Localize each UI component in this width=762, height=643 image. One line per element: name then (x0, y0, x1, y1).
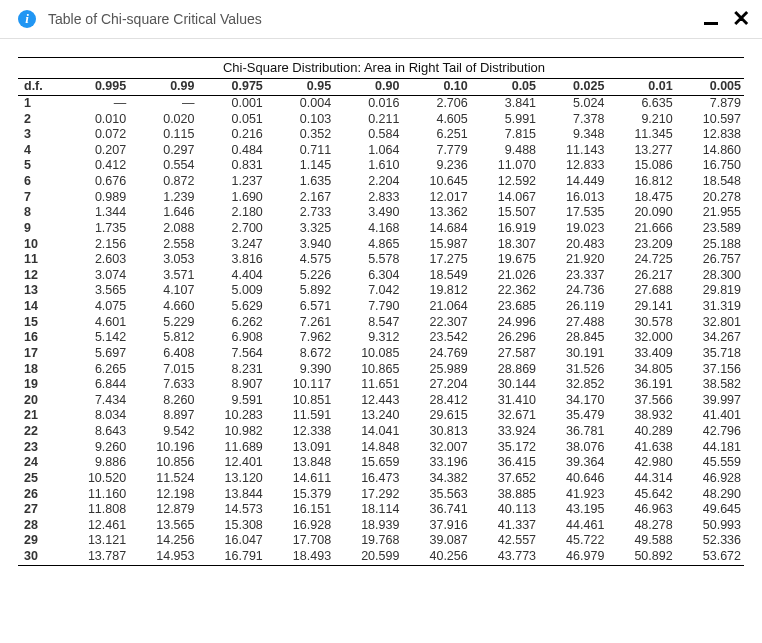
cell: 10.085 (334, 346, 402, 362)
table-caption: Chi-Square Distribution: Area in Right T… (18, 58, 744, 79)
col-header: 0.995 (61, 79, 129, 96)
cell: 44.314 (607, 471, 675, 487)
cell: 4.601 (61, 315, 129, 331)
cell: 6.304 (334, 268, 402, 284)
cell: 10.597 (676, 112, 744, 128)
cell: 24.769 (402, 346, 470, 362)
row-df: 8 (18, 205, 61, 221)
cell: 13.565 (129, 518, 197, 534)
window-controls: ✕ (704, 8, 750, 30)
cell: 21.955 (676, 205, 744, 221)
cell: 2.167 (266, 190, 334, 206)
row-df: 21 (18, 408, 61, 424)
cell: 2.833 (334, 190, 402, 206)
cell: 24.725 (607, 252, 675, 268)
cell: 12.017 (402, 190, 470, 206)
table-row: 186.2657.0158.2319.39010.86525.98928.869… (18, 362, 744, 378)
cell: 18.548 (676, 174, 744, 190)
cell: 39.364 (539, 455, 607, 471)
cell: 16.928 (266, 518, 334, 534)
cell: 41.923 (539, 487, 607, 503)
cell: 3.841 (471, 95, 539, 111)
cell: 0.554 (129, 158, 197, 174)
cell: 32.671 (471, 408, 539, 424)
cell: — (129, 95, 197, 111)
cell: 7.015 (129, 362, 197, 378)
cell: 15.379 (266, 487, 334, 503)
cell: 27.488 (539, 315, 607, 331)
cell: 16.047 (197, 533, 265, 549)
cell: 17.708 (266, 533, 334, 549)
cell: 11.345 (607, 127, 675, 143)
cell: 4.575 (266, 252, 334, 268)
cell: 14.449 (539, 174, 607, 190)
cell: 14.860 (676, 143, 744, 159)
cell: 14.573 (197, 502, 265, 518)
cell: 1.344 (61, 205, 129, 221)
cell: 0.051 (197, 112, 265, 128)
cell: 37.916 (402, 518, 470, 534)
cell: 0.412 (61, 158, 129, 174)
cell: 14.684 (402, 221, 470, 237)
cell: 11.808 (61, 502, 129, 518)
cell: 32.000 (607, 330, 675, 346)
cell: 13.121 (61, 533, 129, 549)
cell: 4.168 (334, 221, 402, 237)
col-header: 0.95 (266, 79, 334, 96)
row-df: 15 (18, 315, 61, 331)
cell: 34.382 (402, 471, 470, 487)
cell: 5.697 (61, 346, 129, 362)
cell: 9.542 (129, 424, 197, 440)
cell: 6.408 (129, 346, 197, 362)
cell: 16.473 (334, 471, 402, 487)
cell: 32.801 (676, 315, 744, 331)
cell: 5.226 (266, 268, 334, 284)
cell: 22.362 (471, 283, 539, 299)
cell: 33.924 (471, 424, 539, 440)
cell: 41.337 (471, 518, 539, 534)
cell: 14.848 (334, 440, 402, 456)
cell: 3.325 (266, 221, 334, 237)
cell: 27.688 (607, 283, 675, 299)
cell: 20.599 (334, 549, 402, 565)
table-row: 60.6760.8721.2371.6352.20410.64512.59214… (18, 174, 744, 190)
cell: 7.434 (61, 393, 129, 409)
cell: 8.231 (197, 362, 265, 378)
cell: 0.103 (266, 112, 334, 128)
row-header-label: d.f. (18, 79, 61, 96)
cell: 24.736 (539, 283, 607, 299)
cell: 13.240 (334, 408, 402, 424)
cell: 20.483 (539, 237, 607, 253)
cell: 52.336 (676, 533, 744, 549)
cell: 20.090 (607, 205, 675, 221)
cell: 11.651 (334, 377, 402, 393)
cell: 6.908 (197, 330, 265, 346)
cell: 4.107 (129, 283, 197, 299)
row-df: 11 (18, 252, 61, 268)
table-row: 2611.16012.19813.84415.37917.29235.56338… (18, 487, 744, 503)
cell: 43.195 (539, 502, 607, 518)
cell: 0.484 (197, 143, 265, 159)
cell: 0.216 (197, 127, 265, 143)
cell: 6.251 (402, 127, 470, 143)
cell: 1.145 (266, 158, 334, 174)
cell: 1.735 (61, 221, 129, 237)
cell: 35.718 (676, 346, 744, 362)
table-header-row: d.f. 0.995 0.99 0.975 0.95 0.90 0.10 0.0… (18, 79, 744, 96)
cell: 10.117 (266, 377, 334, 393)
cell: 30.191 (539, 346, 607, 362)
row-df: 6 (18, 174, 61, 190)
cell: 0.711 (266, 143, 334, 159)
info-icon: i (18, 10, 36, 28)
cell: — (61, 95, 129, 111)
cell: 8.547 (334, 315, 402, 331)
cell: 45.722 (539, 533, 607, 549)
cell: 17.292 (334, 487, 402, 503)
minimize-button[interactable] (704, 22, 718, 25)
cell: 12.461 (61, 518, 129, 534)
cell: 44.181 (676, 440, 744, 456)
cell: 7.815 (471, 127, 539, 143)
close-button[interactable]: ✕ (732, 8, 750, 30)
cell: 8.034 (61, 408, 129, 424)
cell: 49.588 (607, 533, 675, 549)
